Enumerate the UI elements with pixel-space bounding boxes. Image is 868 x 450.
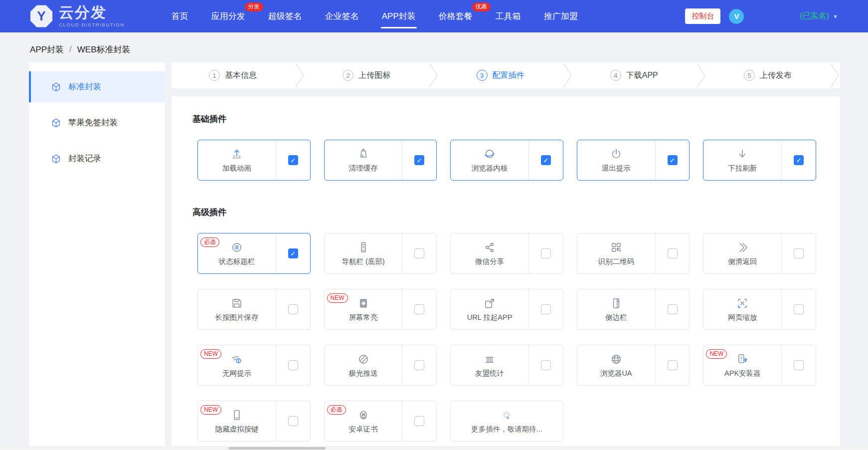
brand-logo[interactable]: Y 云分发 CLOUD DISTRIBUTION bbox=[30, 5, 125, 28]
brand-title: 云分发 bbox=[59, 5, 125, 20]
step-basic-info[interactable]: 1 基本信息 bbox=[172, 62, 294, 88]
plugin-checkbox[interactable]: ✓ bbox=[414, 155, 424, 165]
basic-plugins-title: 基础插件 bbox=[192, 113, 816, 125]
nav-item-label: APP封装 bbox=[382, 10, 416, 22]
basic-plugins-grid: 加载动画 ✓ 清理缓存 ✓ 浏览器内核 ✓ 退出提示 bbox=[197, 140, 816, 181]
plugin-card-pull-refresh[interactable]: 下拉刷新 ✓ bbox=[703, 140, 816, 181]
qr-scan-icon bbox=[610, 240, 623, 254]
plugin-card-hide-virtual-keys[interactable]: NEW 隐藏虚拟按键 bbox=[197, 401, 311, 442]
plugin-checkbox[interactable]: ✓ bbox=[541, 155, 551, 165]
plugin-checkbox[interactable] bbox=[668, 248, 678, 258]
nav-item-app-distribution[interactable]: 应用分发 分发 bbox=[211, 0, 245, 32]
plugin-card-wechat-share[interactable]: 微信分享 bbox=[450, 233, 563, 274]
plugin-checkbox[interactable]: ✓ bbox=[794, 155, 804, 165]
nav-item-enterprise-sign[interactable]: 企业签名 bbox=[325, 0, 359, 32]
step-download-app[interactable]: 4 下载APP bbox=[573, 62, 695, 88]
plugin-label: 识别二维码 bbox=[598, 257, 634, 266]
plugin-badge: 必选 bbox=[200, 237, 219, 247]
plugin-label: 隐藏虚拟按键 bbox=[215, 425, 258, 434]
plugin-card-qr-scan[interactable]: 识别二维码 bbox=[577, 233, 690, 274]
plugin-checkbox[interactable] bbox=[288, 416, 298, 426]
plugin-checkbox[interactable]: ✓ bbox=[288, 248, 298, 258]
sidebar-item-label: 苹果免签封装 bbox=[68, 117, 118, 128]
advanced-plugins-grid: 必选 状态标题栏 ✓ 导航栏 (底部) 微信分享 bbox=[197, 233, 816, 442]
plugin-checkbox[interactable] bbox=[414, 304, 424, 314]
plugin-card-status-titlebar[interactable]: 必选 状态标题栏 ✓ bbox=[197, 233, 311, 274]
step-label: 上传发布 bbox=[760, 70, 792, 81]
step-configure-plugins[interactable]: 3 配置插件 bbox=[439, 62, 561, 88]
plugin-label: 浏览器UA bbox=[600, 369, 632, 378]
plugin-card-page-zoom[interactable]: 网页缩放 bbox=[703, 289, 816, 330]
plugin-checkbox[interactable] bbox=[541, 304, 551, 314]
step-number: 5 bbox=[744, 70, 755, 81]
breadcrumb: APP封装 / WEB标准封装 bbox=[30, 44, 868, 54]
plugin-checkbox[interactable] bbox=[288, 360, 298, 370]
plugin-card-android-cert[interactable]: 必选 安卓证书 bbox=[324, 401, 437, 442]
step-separator-chevron-icon bbox=[695, 62, 706, 88]
plugin-card-loading-animation[interactable]: 加载动画 ✓ bbox=[197, 140, 311, 181]
plugin-card-swipe-back[interactable]: 侧滑返回 bbox=[703, 233, 816, 274]
plugin-checkbox[interactable] bbox=[414, 416, 424, 426]
plugin-card-no-network-tip[interactable]: NEW 无网提示 bbox=[197, 345, 311, 386]
plugin-label: 更多插件，敬请期待... bbox=[471, 425, 542, 434]
scrollbar-thumb[interactable] bbox=[228, 447, 326, 450]
plugin-checkbox[interactable] bbox=[541, 248, 551, 258]
plugin-checkbox[interactable] bbox=[794, 304, 804, 314]
plugin-checkbox[interactable]: ✓ bbox=[288, 155, 298, 165]
plugin-label: 友盟统计 bbox=[475, 369, 504, 378]
plugin-badge: 必选 bbox=[327, 405, 346, 415]
plugin-checkbox[interactable] bbox=[668, 360, 678, 370]
plugin-label: 导航栏 (底部) bbox=[342, 257, 384, 266]
nav-item-label: 企业签名 bbox=[325, 10, 359, 22]
step-number: 2 bbox=[343, 70, 353, 81]
plugin-label: 状态标题栏 bbox=[219, 257, 255, 266]
plugin-card-browser-ua[interactable]: 浏览器UA bbox=[577, 345, 690, 386]
status-titlebar-icon bbox=[230, 240, 243, 254]
nav-item-super-sign[interactable]: 超级签名 bbox=[268, 0, 302, 32]
sidebar-item-standard-packaging[interactable]: 标准封装 bbox=[29, 71, 165, 102]
plugin-card-umeng-stats[interactable]: 友盟统计 bbox=[450, 345, 563, 386]
plugin-card-more-plugins[interactable]: 更多插件，敬请期待... bbox=[450, 401, 563, 442]
nav-item-toolbox[interactable]: 工具箱 bbox=[496, 0, 521, 32]
plugin-card-browser-core[interactable]: 浏览器内核 ✓ bbox=[450, 140, 563, 181]
plugin-checkbox[interactable] bbox=[541, 360, 551, 370]
nav-item-pricing[interactable]: 价格套餐 优惠 bbox=[439, 0, 473, 32]
sidebar: 标准封装 苹果免签封装 封装记录 bbox=[29, 62, 165, 450]
step-separator-chevron-icon bbox=[562, 62, 573, 88]
plugin-card-sidebar[interactable]: 侧边栏 bbox=[577, 289, 690, 330]
plugin-checkbox[interactable] bbox=[414, 360, 424, 370]
plugin-card-clear-cache[interactable]: 清理缓存 ✓ bbox=[324, 140, 437, 181]
step-wizard: 1 基本信息 2 上传图标 3 配置插件 4 下载APP 5 上传发布 bbox=[172, 62, 840, 88]
plugin-checkbox[interactable]: ✓ bbox=[668, 155, 678, 165]
step-number: 3 bbox=[477, 70, 488, 81]
plugin-card-screen-always-on[interactable]: NEW 屏幕常亮 bbox=[324, 289, 437, 330]
plugin-badge: NEW bbox=[200, 349, 221, 359]
plugin-card-save-image-longpress[interactable]: 长按图片保存 bbox=[197, 289, 311, 330]
nav-item-label: 价格套餐 bbox=[439, 10, 473, 22]
sidebar-item-apple-signfree-packaging[interactable]: 苹果免签封装 bbox=[29, 107, 165, 138]
exit-prompt-icon bbox=[610, 147, 623, 161]
console-button[interactable]: 控制台 bbox=[685, 8, 720, 24]
plugin-checkbox[interactable] bbox=[668, 304, 678, 314]
plugin-checkbox[interactable] bbox=[794, 248, 804, 258]
sidebar-item-label: 封装记录 bbox=[68, 153, 101, 164]
sidebar-item-packaging-records[interactable]: 封装记录 bbox=[29, 143, 165, 174]
account-menu[interactable]: (已实名) ▼ bbox=[800, 11, 838, 21]
plugin-checkbox[interactable] bbox=[414, 248, 424, 258]
avatar[interactable]: V bbox=[729, 9, 744, 24]
nav-item-home[interactable]: 首页 bbox=[172, 0, 188, 32]
plugin-checkbox[interactable] bbox=[794, 360, 804, 370]
plugin-card-bottom-navbar[interactable]: 导航栏 (底部) bbox=[324, 233, 437, 274]
verified-status: (已实名) bbox=[800, 11, 829, 21]
plugin-checkbox[interactable] bbox=[288, 304, 298, 314]
plugin-card-exit-prompt[interactable]: 退出提示 ✓ bbox=[577, 140, 690, 181]
step-upload-icon[interactable]: 2 上传图标 bbox=[305, 62, 428, 88]
plugin-card-url-launch-app[interactable]: URL 拉起APP bbox=[450, 289, 563, 330]
plugin-card-jpush[interactable]: 极光推送 bbox=[324, 345, 437, 386]
nav-item-app-packaging[interactable]: APP封装 bbox=[382, 0, 416, 32]
header-right: 控制台 V (已实名) ▼ bbox=[685, 8, 838, 24]
nav-item-promotion[interactable]: 推广加盟 bbox=[544, 0, 578, 32]
step-upload-publish[interactable]: 5 上传发布 bbox=[706, 62, 829, 88]
plugin-card-apk-installer[interactable]: NEW APK安装器 bbox=[703, 345, 816, 386]
breadcrumb-app-packaging[interactable]: APP封装 bbox=[30, 44, 64, 55]
